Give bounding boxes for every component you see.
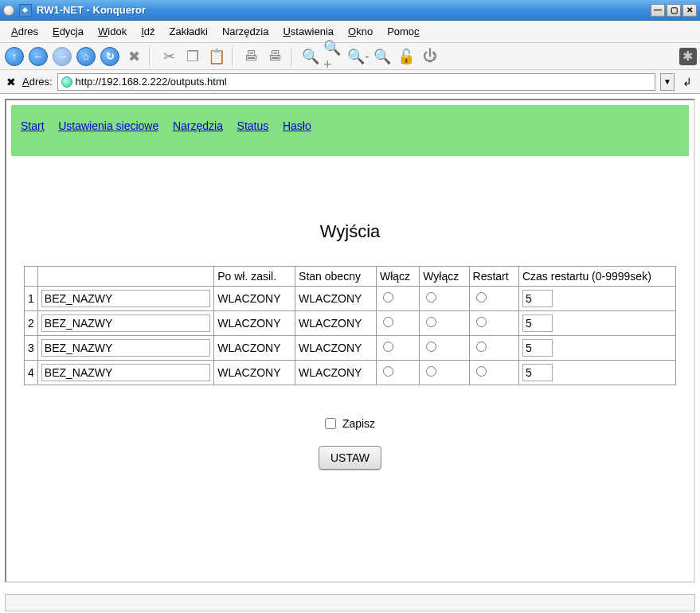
window-menu-icon[interactable] <box>3 5 14 16</box>
paste-icon[interactable]: 📋 <box>205 45 228 68</box>
menu-zakladki[interactable]: Zakładki <box>163 23 214 40</box>
close-button[interactable]: ✕ <box>682 4 697 17</box>
col-po-wl-zasil: Po wł. zasil. <box>214 267 295 287</box>
restart-radio[interactable] <box>476 366 487 377</box>
zapisz-checkbox[interactable] <box>325 418 336 429</box>
table-row: 2WLACZONYWLACZONY <box>25 311 676 336</box>
lock-icon[interactable]: 🔓 <box>395 45 417 68</box>
window-title: RW1-NET - Konqueror <box>37 4 146 16</box>
outputs-table: Po wł. zasil. Stan obecny Włącz Wyłącz R… <box>24 266 676 385</box>
maximize-button[interactable]: ▢ <box>667 4 681 17</box>
address-dropdown[interactable]: ▼ <box>660 73 675 91</box>
throbber-icon <box>679 48 697 65</box>
nav-ustawienia-sieciowe[interactable]: Ustawienia sieciowe <box>58 119 158 132</box>
row-index: 3 <box>25 336 38 361</box>
titlebar: RW1-NET - Konqueror — ▢ ✕ <box>0 0 700 21</box>
restart-time-input[interactable] <box>522 314 553 332</box>
col-restart: Restart <box>469 267 518 287</box>
address-label: Adres: <box>22 76 53 88</box>
po-wl-value: WLACZONY <box>214 311 295 336</box>
wlacz-radio[interactable] <box>383 366 393 377</box>
go-button[interactable]: ↲ <box>679 74 695 90</box>
output-name-input[interactable] <box>41 290 210 307</box>
minimize-button[interactable]: — <box>651 4 665 17</box>
app-icon <box>19 4 32 17</box>
wylacz-radio[interactable] <box>426 317 436 327</box>
toolbar: ↑ ← → ⌂ ↻ ✖ ✂ ❐ 📋 🖶 🖶 🔍 🔍+ 🔍- 🔍 🔓 ⏻ <box>0 43 700 70</box>
find-icon[interactable]: 🔍 <box>299 45 322 68</box>
page-title: Wyjścia <box>21 221 679 242</box>
col-czas-restartu: Czas restartu (0-9999sek) <box>518 267 675 287</box>
address-input-wrap[interactable] <box>57 73 655 91</box>
nav-header: Start Ustawienia sieciowe Narzędzia Stat… <box>11 105 689 156</box>
col-wlacz: Włącz <box>376 267 419 287</box>
zapisz-label: Zapisz <box>342 417 375 430</box>
cut-icon[interactable]: ✂ <box>158 45 180 68</box>
row-index: 2 <box>25 311 38 336</box>
table-row: 4WLACZONYWLACZONY <box>25 361 676 385</box>
wylacz-radio[interactable] <box>426 292 436 303</box>
restart-time-input[interactable] <box>522 290 553 307</box>
stan-value: WLACZONY <box>295 361 377 385</box>
po-wl-value: WLACZONY <box>214 336 295 361</box>
table-row: 1WLACZONYWLACZONY <box>25 287 676 311</box>
output-name-input[interactable] <box>41 314 210 332</box>
back-button[interactable]: ← <box>27 45 49 68</box>
menu-pomoc[interactable]: Pomoc <box>381 23 425 40</box>
output-name-input[interactable] <box>41 339 210 357</box>
home-button[interactable]: ⌂ <box>75 45 97 68</box>
power-icon[interactable]: ⏻ <box>419 45 441 68</box>
col-wylacz: Wyłącz <box>420 267 469 287</box>
globe-icon <box>61 76 72 88</box>
addressbar: ✖ Adres: ▼ ↲ <box>0 70 700 94</box>
stan-value: WLACZONY <box>295 287 377 311</box>
print-icon[interactable]: 🖶 <box>241 45 263 68</box>
content-frame: Start Ustawienia sieciowe Narzędzia Stat… <box>5 99 695 583</box>
menu-narzedzia[interactable]: Narzędzia <box>216 23 276 40</box>
statusbar <box>5 594 695 611</box>
stop-button[interactable]: ✖ <box>123 45 145 68</box>
menu-idz[interactable]: Idź <box>135 23 161 40</box>
wylacz-radio[interactable] <box>426 366 436 377</box>
restart-time-input[interactable] <box>522 339 553 357</box>
zoom-in-icon[interactable]: 🔍+ <box>323 45 346 68</box>
table-row: 3WLACZONYWLACZONY <box>25 336 676 361</box>
forward-button[interactable]: → <box>51 45 73 68</box>
print-preview-icon[interactable]: 🖶 <box>264 45 287 68</box>
restart-radio[interactable] <box>476 292 487 303</box>
row-index: 1 <box>25 287 38 311</box>
menu-adres[interactable]: Adres <box>5 23 45 40</box>
menu-edycja[interactable]: Edycja <box>46 23 90 40</box>
po-wl-value: WLACZONY <box>214 361 295 385</box>
copy-icon[interactable]: ❐ <box>182 45 204 68</box>
nav-status[interactable]: Status <box>237 119 269 132</box>
nav-start[interactable]: Start <box>21 119 45 132</box>
row-index: 4 <box>25 361 38 385</box>
address-input[interactable] <box>76 76 651 88</box>
zoom-out-icon[interactable]: 🔍- <box>347 45 370 68</box>
po-wl-value: WLACZONY <box>214 287 295 311</box>
up-button[interactable]: ↑ <box>3 45 25 68</box>
restart-time-input[interactable] <box>522 364 553 381</box>
ustaw-button[interactable]: USTAW <box>319 446 381 470</box>
zoom-reset-icon[interactable]: 🔍 <box>371 45 393 68</box>
restart-radio[interactable] <box>476 342 487 352</box>
nav-narzedzia[interactable]: Narzędzia <box>173 119 223 132</box>
save-row: Zapisz <box>21 417 679 430</box>
output-name-input[interactable] <box>41 364 210 381</box>
wylacz-radio[interactable] <box>426 342 436 352</box>
table-header-row: Po wł. zasil. Stan obecny Włącz Wyłącz R… <box>25 267 676 287</box>
wlacz-radio[interactable] <box>383 342 393 352</box>
wlacz-radio[interactable] <box>383 317 393 327</box>
reload-button[interactable]: ↻ <box>99 45 121 68</box>
menu-widok[interactable]: Widok <box>92 23 133 40</box>
menu-okno[interactable]: Okno <box>342 23 379 40</box>
stan-value: WLACZONY <box>295 311 377 336</box>
restart-radio[interactable] <box>476 317 487 327</box>
stan-value: WLACZONY <box>295 336 377 361</box>
clear-address-icon[interactable]: ✖ <box>5 76 18 88</box>
menubar: Adres Edycja Widok Idź Zakładki Narzędzi… <box>0 21 700 43</box>
wlacz-radio[interactable] <box>383 292 393 303</box>
nav-haslo[interactable]: Hasło <box>283 119 311 132</box>
menu-ustawienia[interactable]: Ustawienia <box>276 23 340 40</box>
